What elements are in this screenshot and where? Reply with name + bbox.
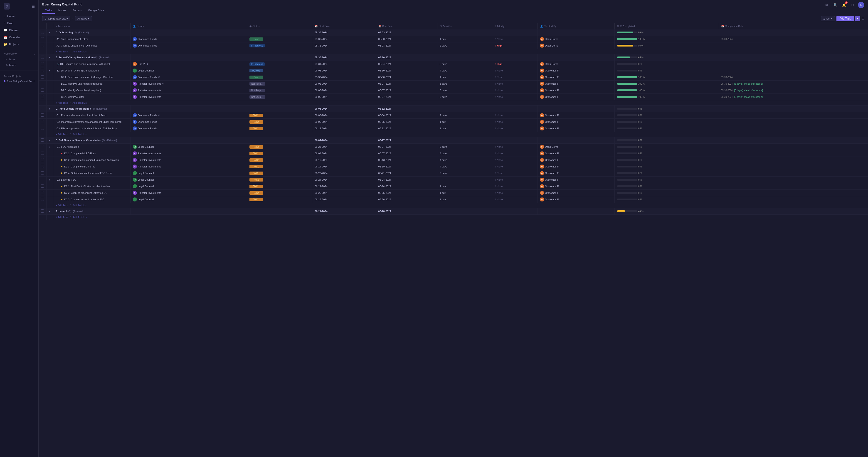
group-checkbox[interactable] xyxy=(41,138,44,141)
tab-tasks[interactable]: Tasks xyxy=(42,7,55,14)
task-name-text[interactable]: B1. Discuss and freeze term sheet with c… xyxy=(60,63,110,65)
task-created-by: OOtonomos Fi xyxy=(537,163,615,170)
task-checkbox[interactable] xyxy=(41,171,44,174)
task-checkbox[interactable] xyxy=(41,44,44,47)
task-checkbox[interactable] xyxy=(41,191,44,194)
sidebar-issues[interactable]: ⚠ Issues xyxy=(0,62,38,68)
subtask-expand-icon[interactable]: ▾ xyxy=(49,69,50,72)
task-name-text[interactable]: D1.4. Outside counsel review of FSC form… xyxy=(64,172,112,174)
search-icon[interactable]: 🔍 xyxy=(832,2,838,8)
task-checkbox[interactable] xyxy=(41,120,44,123)
user-avatar[interactable]: U xyxy=(858,2,864,8)
task-name-text[interactable]: C1. Prepare Memorandum & Articles of Fun… xyxy=(57,114,106,117)
task-checkbox[interactable] xyxy=(41,82,44,85)
group-expand-icon[interactable]: ▾ xyxy=(49,31,50,34)
task-name-text[interactable]: B2. 1st Draft of Offering Memorandum xyxy=(57,69,99,72)
task-name-text[interactable]: D1.3. Complete FSC Forms xyxy=(64,165,95,168)
task-name-text[interactable]: C3. File incorporation of fund vehicle w… xyxy=(57,127,117,130)
add-icon[interactable]: ⊞ xyxy=(824,2,830,8)
group-checkbox[interactable] xyxy=(41,56,44,59)
task-name-text[interactable]: D2. Letter to FSC xyxy=(57,178,76,181)
nav-projects[interactable]: 📁 Projects xyxy=(0,41,38,48)
add-task-link[interactable]: + Add Task xyxy=(56,50,68,53)
notifications-icon[interactable]: 🔔 2 xyxy=(841,2,847,8)
add-task-dropdown-button[interactable]: ▾ xyxy=(855,16,860,21)
group-completion-date xyxy=(719,54,868,61)
task-checkbox[interactable] xyxy=(41,152,44,155)
tab-forums[interactable]: Forums xyxy=(70,7,85,14)
task-name-text[interactable]: D1.1. Complete MLRO Form xyxy=(64,152,96,155)
all-tasks-button[interactable]: All Tasks ▾ xyxy=(75,16,92,21)
list-view-button[interactable]: ☰ List ▾ xyxy=(821,16,835,21)
add-task-link[interactable]: + Add Task xyxy=(56,101,68,104)
add-task-list-link[interactable]: Add Task List xyxy=(73,50,87,53)
group-due-date: 06-27-2024 xyxy=(376,137,437,144)
nav-home[interactable]: ⌂ Home xyxy=(0,13,38,20)
task-priority: ! None xyxy=(493,170,537,176)
tab-issues[interactable]: Issues xyxy=(56,7,69,14)
task-checkbox[interactable] xyxy=(41,145,44,148)
add-task-link[interactable]: + Add Task xyxy=(56,216,68,219)
task-name-text[interactable]: C2. Incorporate Investment Management En… xyxy=(57,121,122,123)
nav-discuss[interactable]: 💬 Discuss xyxy=(0,27,38,34)
nav-feed[interactable]: ≡ Feed xyxy=(0,20,38,27)
add-task-list-link[interactable]: Add Task List xyxy=(73,101,87,104)
add-task-link[interactable]: + Add Task xyxy=(56,204,68,207)
task-checkbox[interactable] xyxy=(41,198,44,201)
task-checkbox[interactable] xyxy=(41,75,44,78)
nav-calendar[interactable]: 📅 Calendar xyxy=(0,34,38,41)
settings-icon[interactable]: ⚙ xyxy=(849,2,856,8)
task-name-text[interactable]: A2. Client to onboard with Otonomos xyxy=(57,44,97,47)
task-name-text[interactable]: B2.2. Identify Fund Admin (if required) xyxy=(61,83,103,85)
add-task-list-link[interactable]: Add Task List xyxy=(73,133,87,136)
group-expand-icon[interactable]: ▾ xyxy=(49,210,50,213)
table-row: B2.2. Identify Fund Admin (if required) … xyxy=(39,80,868,87)
task-duration: 3 days xyxy=(437,61,493,67)
task-name-text[interactable]: B2.4. Identify Auditor xyxy=(61,96,84,98)
task-name-text[interactable]: A1. Sign Engagement Letter xyxy=(57,38,88,40)
task-checkbox[interactable] xyxy=(41,185,44,188)
add-task-button[interactable]: Add Task xyxy=(836,16,854,21)
sidebar-project-ever-rising[interactable]: Ever Rising Capital Fund xyxy=(0,78,38,84)
task-name-text[interactable]: D2.2. Client to greenlight Letter to FSC xyxy=(64,192,107,194)
task-checkbox[interactable] xyxy=(41,62,44,65)
group-label: D. BVI Financial Services Commission xyxy=(56,139,101,141)
group-expand-icon[interactable]: ▾ xyxy=(49,107,50,110)
group-expand-icon[interactable]: ▾ xyxy=(49,139,50,141)
subtask-expand-icon[interactable]: ▾ xyxy=(49,178,50,181)
group-checkbox[interactable] xyxy=(41,209,44,213)
task-checkbox[interactable] xyxy=(41,37,44,40)
tab-google-drive[interactable]: Google Drive xyxy=(85,7,107,14)
sidebar-tasks[interactable]: ✓ Tasks xyxy=(0,57,38,62)
task-name-text[interactable]: D2.1. First Draft of Letter for client r… xyxy=(64,185,110,188)
task-checkbox[interactable] xyxy=(41,89,44,92)
task-name-text[interactable]: D1. FSC Application xyxy=(57,145,79,148)
group-by-button[interactable]: Group By Task List ▾ xyxy=(42,16,70,21)
app-logo-icon[interactable]: O xyxy=(4,3,10,9)
task-name-text[interactable]: D1.2. Complete Custodian Exemption Appli… xyxy=(64,159,119,161)
add-task-list-link[interactable]: Add Task List xyxy=(73,216,87,219)
task-checkbox[interactable] xyxy=(41,165,44,168)
table-row: ▾ D1. FSC Application LCLegal Counsel To… xyxy=(39,144,868,150)
task-checkbox[interactable] xyxy=(41,95,44,98)
task-name-text[interactable]: B2.3. Identify Custodian (if required) xyxy=(61,89,101,92)
filter-icon[interactable]: ⊞ xyxy=(862,17,864,21)
add-task-list-link[interactable]: Add Task List xyxy=(73,204,87,207)
group-checkbox[interactable] xyxy=(41,107,44,110)
task-created-by: OOtonomos Fi xyxy=(537,112,615,119)
group-label: E. Launch xyxy=(56,210,68,213)
table-row: D1.3. Complete FSC Forms RRainster Inves… xyxy=(39,163,868,170)
sidebar-toggle[interactable]: ☰ xyxy=(32,4,35,9)
subtask-expand-icon[interactable]: ▾ xyxy=(49,146,50,148)
task-checkbox[interactable] xyxy=(41,113,44,117)
task-name-text[interactable]: D2.3. Counsel to send Letter to FSC xyxy=(64,198,104,201)
task-checkbox[interactable] xyxy=(41,127,44,130)
task-checkbox[interactable] xyxy=(41,69,44,72)
add-task-link[interactable]: + Add Task xyxy=(56,133,68,136)
group-expand-icon[interactable]: ▾ xyxy=(49,56,50,59)
task-name-text[interactable]: B2.1. Determine Investment Manager/Direc… xyxy=(61,76,113,78)
task-checkbox[interactable] xyxy=(41,178,44,181)
task-checkbox[interactable] xyxy=(41,158,44,161)
group-checkbox[interactable] xyxy=(41,31,44,34)
overview-chevron[interactable]: ▾ xyxy=(34,53,35,56)
